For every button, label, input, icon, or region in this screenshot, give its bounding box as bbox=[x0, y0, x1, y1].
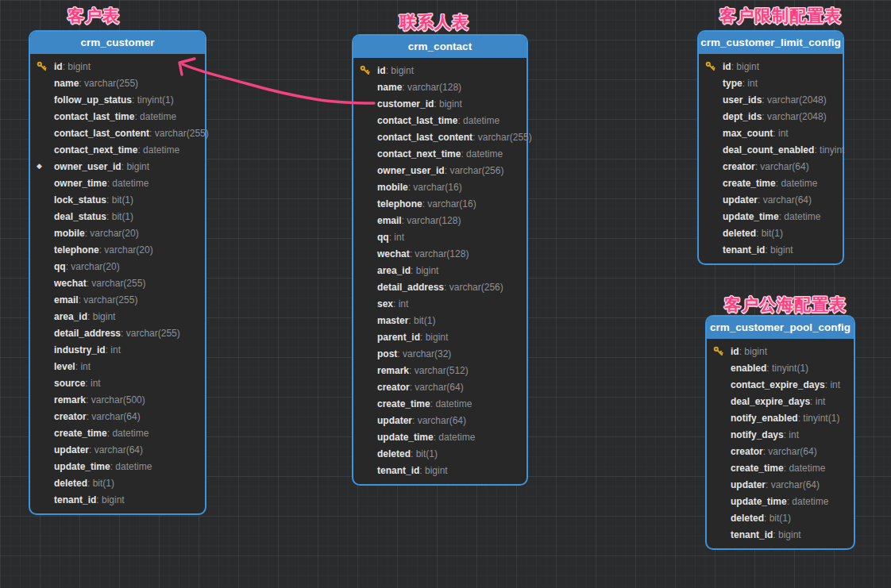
relationship-arrow-contact-to-customer[interactable] bbox=[179, 59, 374, 103]
table-crm_contact[interactable]: crm_contactid: bigintname: varchar(128)c… bbox=[352, 34, 528, 486]
field-row-name[interactable]: name: varchar(128) bbox=[353, 79, 526, 95]
field-row-contact_last_content[interactable]: contact_last_content: varchar(255) bbox=[30, 125, 205, 141]
field-row-contact_last_content[interactable]: contact_last_content: varchar(255) bbox=[353, 129, 526, 145]
field-row-dept_ids[interactable]: dept_ids: varchar(2048) bbox=[699, 108, 843, 125]
field-row-email[interactable]: email: varchar(128) bbox=[353, 212, 526, 229]
table-header[interactable]: crm_customer bbox=[30, 32, 205, 54]
field-row-deal_expire_days[interactable]: deal_expire_days: int bbox=[707, 393, 854, 409]
field-row-lock_status[interactable]: lock_status: bit(1) bbox=[30, 191, 205, 208]
field-row-tenant_id[interactable]: tenant_id: bigint bbox=[707, 526, 854, 543]
field-row-creator[interactable]: creator: varchar(64) bbox=[699, 158, 843, 175]
table-crm_customer_limit_config[interactable]: crm_customer_limit_configid: biginttype:… bbox=[697, 30, 844, 265]
field-row-contact_last_time[interactable]: contact_last_time: datetime bbox=[353, 112, 526, 129]
field-row-deleted[interactable]: deleted: bit(1) bbox=[30, 475, 205, 491]
field-row-creator[interactable]: creator: varchar(64) bbox=[707, 443, 854, 459]
field-row-sex[interactable]: sex: int bbox=[353, 295, 526, 312]
field-row-contact_next_time[interactable]: contact_next_time: datetime bbox=[30, 141, 205, 158]
field-row-email[interactable]: email: varchar(255) bbox=[30, 291, 205, 308]
field-row-customer_id[interactable]: customer_id: bigint bbox=[353, 95, 526, 112]
field-row-owner_user_id[interactable]: owner_user_id: varchar(256) bbox=[353, 162, 526, 179]
table-label-crm_customer_limit_config[interactable]: 客户限制配置表 bbox=[719, 5, 842, 27]
field-row-mobile[interactable]: mobile: varchar(20) bbox=[30, 225, 205, 241]
field-row-level[interactable]: level: int bbox=[30, 358, 205, 375]
field-row-telephone[interactable]: telephone: varchar(20) bbox=[30, 241, 205, 258]
field-row-deleted[interactable]: deleted: bit(1) bbox=[353, 445, 526, 462]
field-row-master[interactable]: master: bit(1) bbox=[353, 312, 526, 329]
field-row-tenant_id[interactable]: tenant_id: bigint bbox=[30, 491, 205, 508]
field-name: updater bbox=[54, 444, 89, 455]
field-row-wechat[interactable]: wechat: varchar(128) bbox=[353, 245, 526, 262]
field-row-enabled[interactable]: enabled: tinyint(1) bbox=[707, 359, 854, 376]
field-row-name[interactable]: name: varchar(255) bbox=[30, 75, 205, 91]
field-separator: : bbox=[121, 328, 126, 339]
field-row-contact_expire_days[interactable]: contact_expire_days: int bbox=[707, 376, 854, 393]
field-row-post[interactable]: post: varchar(32) bbox=[353, 345, 526, 362]
table-header[interactable]: crm_customer_limit_config bbox=[699, 32, 843, 54]
table-crm_customer_pool_config[interactable]: crm_customer_pool_configid: bigintenable… bbox=[705, 315, 855, 550]
field-row-create_time[interactable]: create_time: datetime bbox=[30, 425, 205, 441]
field-row-max_count[interactable]: max_count: int bbox=[699, 125, 843, 141]
field-row-tenant_id[interactable]: tenant_id: bigint bbox=[353, 462, 526, 478]
field-row-id[interactable]: id: bigint bbox=[30, 58, 205, 75]
table-header[interactable]: crm_customer_pool_config bbox=[707, 317, 854, 339]
field-row-user_ids[interactable]: user_ids: varchar(2048) bbox=[699, 91, 843, 108]
field-row-create_time[interactable]: create_time: datetime bbox=[699, 175, 843, 191]
field-row-qq[interactable]: qq: varchar(20) bbox=[30, 258, 205, 275]
table-crm_customer[interactable]: crm_customerid: bigintname: varchar(255)… bbox=[29, 30, 206, 515]
field-row-update_time[interactable]: update_time: datetime bbox=[353, 429, 526, 445]
field-row-update_time[interactable]: update_time: datetime bbox=[707, 493, 854, 509]
field-row-updater[interactable]: updater: varchar(64) bbox=[30, 441, 205, 458]
field-row-telephone[interactable]: telephone: varchar(16) bbox=[353, 195, 526, 212]
field-row-create_time[interactable]: create_time: datetime bbox=[353, 395, 526, 412]
diagram-canvas[interactable]: 客户表crm_customerid: bigintname: varchar(2… bbox=[0, 0, 891, 588]
table-label-crm_contact[interactable]: 联系人表 bbox=[399, 11, 469, 33]
field-type: int bbox=[830, 379, 840, 390]
field-row-contact_last_time[interactable]: contact_last_time: datetime bbox=[30, 108, 205, 125]
field-row-id[interactable]: id: bigint bbox=[699, 58, 843, 75]
field-row-type[interactable]: type: int bbox=[699, 75, 843, 91]
field-row-deal_status[interactable]: deal_status: bit(1) bbox=[30, 208, 205, 225]
field-row-mobile[interactable]: mobile: varchar(16) bbox=[353, 179, 526, 195]
field-row-qq[interactable]: qq: int bbox=[353, 229, 526, 245]
field-row-id[interactable]: id: bigint bbox=[707, 343, 854, 359]
table-header[interactable]: crm_contact bbox=[353, 36, 526, 58]
field-row-source[interactable]: source: int bbox=[30, 375, 205, 391]
field-row-owner_time[interactable]: owner_time: datetime bbox=[30, 175, 205, 191]
field-row-deal_count_enabled[interactable]: deal_count_enabled: tinyint bbox=[699, 141, 843, 158]
field-row-follow_up_status[interactable]: follow_up_status: tinyint(1) bbox=[30, 91, 205, 108]
field-name: owner_user_id bbox=[377, 165, 445, 176]
table-label-crm_customer[interactable]: 客户表 bbox=[68, 5, 120, 27]
field-row-deleted[interactable]: deleted: bit(1) bbox=[707, 509, 854, 526]
field-row-updater[interactable]: updater: varchar(64) bbox=[699, 191, 843, 208]
field-row-owner_user_id[interactable]: ◆owner_user_id: bigint bbox=[30, 158, 205, 175]
field-type: datetime bbox=[463, 115, 499, 126]
field-row-area_id[interactable]: area_id: bigint bbox=[353, 262, 526, 279]
field-row-updater[interactable]: updater: varchar(64) bbox=[707, 476, 854, 493]
field-row-tenant_id[interactable]: tenant_id: bigint bbox=[699, 241, 843, 258]
field-row-updater[interactable]: updater: varchar(64) bbox=[353, 412, 526, 429]
field-type: bigint bbox=[126, 161, 149, 172]
field-type: bigint bbox=[93, 311, 116, 322]
field-separator: : bbox=[107, 178, 113, 189]
field-row-remark[interactable]: remark: varchar(500) bbox=[30, 391, 205, 408]
field-row-creator[interactable]: creator: varchar(64) bbox=[30, 408, 205, 425]
field-row-update_time[interactable]: update_time: datetime bbox=[30, 458, 205, 475]
field-row-contact_next_time[interactable]: contact_next_time: datetime bbox=[353, 145, 526, 162]
field-row-update_time[interactable]: update_time: datetime bbox=[699, 208, 843, 225]
field-row-area_id[interactable]: area_id: bigint bbox=[30, 308, 205, 325]
field-row-remark[interactable]: remark: varchar(512) bbox=[353, 362, 526, 379]
field-row-detail_address[interactable]: detail_address: varchar(256) bbox=[353, 279, 526, 295]
field-row-creator[interactable]: creator: varchar(64) bbox=[353, 379, 526, 395]
table-label-crm_customer_pool_config[interactable]: 客户公海配置表 bbox=[724, 294, 847, 316]
field-row-parent_id[interactable]: parent_id: bigint bbox=[353, 329, 526, 345]
relationship-line[interactable] bbox=[183, 64, 374, 103]
field-row-notify_enabled[interactable]: notify_enabled: tinyint(1) bbox=[707, 409, 854, 426]
field-row-deleted[interactable]: deleted: bit(1) bbox=[699, 225, 843, 241]
field-row-wechat[interactable]: wechat: varchar(255) bbox=[30, 275, 205, 291]
field-row-industry_id[interactable]: industry_id: int bbox=[30, 341, 205, 358]
field-name: tenant_id bbox=[731, 529, 773, 540]
field-row-id[interactable]: id: bigint bbox=[353, 62, 526, 79]
field-row-create_time[interactable]: create_time: datetime bbox=[707, 459, 854, 476]
field-row-detail_address[interactable]: detail_address: varchar(255) bbox=[30, 325, 205, 341]
field-row-notify_days[interactable]: notify_days: int bbox=[707, 426, 854, 443]
